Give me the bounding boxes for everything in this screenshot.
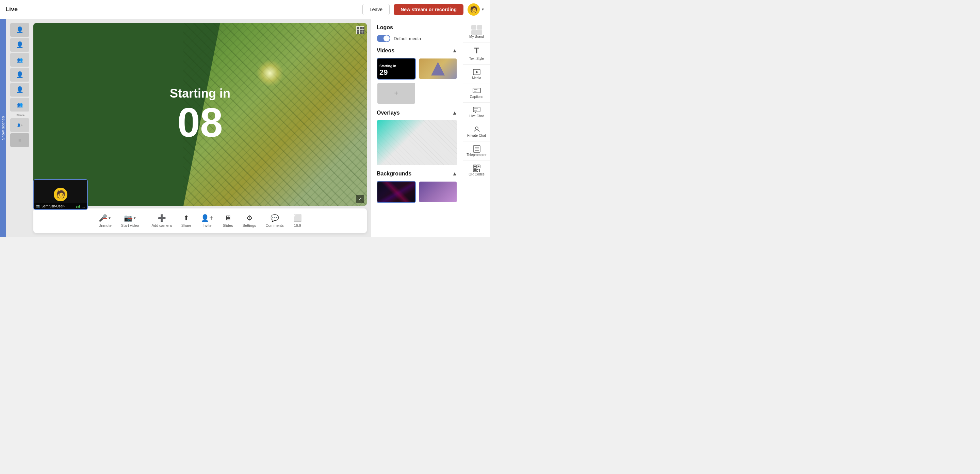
prism-shape <box>431 62 445 76</box>
vt-gray-bg-1: + <box>377 83 415 103</box>
aspect-ratio-label: 16:9 <box>294 224 301 227</box>
settings-label: Settings <box>243 224 256 227</box>
share-label: Share <box>10 114 30 117</box>
main-layout: Show scenes 👤 👤 👥 👤 👤 <box>0 19 490 237</box>
participant-icon-3: 👥 <box>17 57 23 63</box>
participant-slot-8[interactable]: ⊞ <box>10 133 29 147</box>
header: Live Leave New stream or recording 🧑 ▼ <box>0 0 490 19</box>
page-title: Live <box>5 6 18 13</box>
settings-button[interactable]: ⚙ Settings <box>239 212 259 230</box>
toolbar-divider-1 <box>145 214 145 227</box>
overlays-grid <box>377 120 457 165</box>
center-area: 👤 👤 👥 👤 👤 👥 Share <box>6 19 371 237</box>
toggle-knob <box>383 35 390 41</box>
private-chat-label: Private Chat <box>467 134 486 138</box>
rp-qr-codes[interactable]: QR Codes <box>463 161 490 180</box>
unmute-label: Unmute <box>98 224 111 227</box>
invite-label: Invite <box>202 224 211 227</box>
participant-icon-4: 👤 <box>16 71 24 79</box>
rp-teleprompter[interactable]: Teleprompter <box>463 141 490 161</box>
svg-rect-20 <box>479 169 480 170</box>
grid-icon[interactable] <box>356 26 364 34</box>
text-style-label: Text Style <box>469 57 484 61</box>
slides-icon: 🖥 <box>224 214 231 222</box>
participant-slot-3[interactable]: 👥 <box>10 53 29 67</box>
user-avatar-button[interactable]: 🧑 <box>468 3 480 16</box>
start-video-button[interactable]: 📷̶ ▼ Start video <box>118 212 143 230</box>
participant-icon-8: ⊞ <box>18 138 21 142</box>
default-media-label: Default media <box>394 36 421 41</box>
video-thumb-empty-1[interactable]: + <box>377 82 416 104</box>
svg-point-8 <box>476 127 478 130</box>
self-video: 🧑 📷 Semrush-User-... ... <box>33 179 88 210</box>
logos-section: Logos Default media <box>377 24 457 42</box>
logos-section-header: Logos <box>377 24 457 31</box>
videos-section-header: Videos ▲ <box>377 48 457 54</box>
countdown-number: 08 <box>170 102 231 143</box>
svg-rect-16 <box>478 166 479 167</box>
bar-2 <box>78 206 79 208</box>
share-button[interactable]: ⬆ Share <box>178 212 195 230</box>
bg-dark-inner <box>377 182 415 202</box>
backgrounds-grid <box>377 181 457 203</box>
unmute-button[interactable]: 🎤̶ ▼ Unmute <box>95 212 115 230</box>
video-thumb-countdown[interactable]: Starting in 29 <box>377 58 416 79</box>
avatar-face: 🧑 <box>468 4 479 15</box>
live-chat-icon <box>473 106 481 114</box>
backgrounds-title: Backgrounds <box>377 171 411 177</box>
bg-thumb-dark[interactable] <box>377 181 416 203</box>
qr-codes-label: QR Codes <box>469 173 485 176</box>
bg-thumb-purple[interactable] <box>418 181 458 203</box>
videos-collapse-button[interactable]: ▲ <box>452 48 457 54</box>
video-thumb-countdown-inner: Starting in 29 <box>377 59 415 79</box>
signal-bars <box>76 205 80 208</box>
comments-label: Comments <box>266 224 284 227</box>
scenes-sidebar[interactable]: Show scenes <box>0 19 6 237</box>
overlay-inner-1 <box>377 120 457 165</box>
participant-slot-2[interactable]: 👤 <box>10 38 29 52</box>
default-media-toggle[interactable] <box>377 35 390 42</box>
overlay-thumb-1[interactable] <box>377 120 457 165</box>
rp-private-chat[interactable]: Private Chat <box>463 122 490 141</box>
start-video-label: Start video <box>121 224 139 227</box>
participant-slot-1[interactable]: 👤 <box>10 23 29 37</box>
header-actions: Leave New stream or recording 🧑 ▼ <box>363 3 485 16</box>
svg-rect-18 <box>474 169 476 171</box>
vt-countdown-bg: Starting in 29 <box>377 59 415 79</box>
participant-slot-6[interactable]: 👥 <box>10 98 29 111</box>
overlays-section: Overlays ▲ <box>377 110 457 165</box>
media-icon <box>473 68 481 76</box>
rp-captions[interactable]: Captions <box>463 84 490 103</box>
start-video-icon: 📷̶ ▼ <box>124 214 137 222</box>
expand-icon[interactable]: ⤢ <box>356 195 364 203</box>
comments-button[interactable]: 💬 Comments <box>262 212 287 230</box>
backgrounds-collapse-button[interactable]: ▲ <box>452 171 457 177</box>
add-camera-icon: ➕ <box>158 214 166 222</box>
more-options-button[interactable]: ... <box>82 204 85 208</box>
participant-slot-7[interactable]: 👤+ <box>10 118 29 132</box>
avatar-dropdown-icon[interactable]: ▼ <box>481 8 485 11</box>
rp-live-chat[interactable]: Live Chat <box>463 103 490 122</box>
teleprompter-icon <box>473 145 481 153</box>
captions-icon <box>473 87 481 95</box>
svg-rect-5 <box>473 107 480 112</box>
live-chat-label: Live Chat <box>469 114 484 118</box>
self-video-name: Semrush-User-... <box>41 205 75 208</box>
add-camera-button[interactable]: ➕ Add camera <box>148 212 175 230</box>
rp-text-style[interactable]: T Text Style <box>463 43 490 65</box>
rp-my-brand[interactable]: My Brand <box>463 22 490 43</box>
slides-button[interactable]: 🖥 Slides <box>220 212 237 230</box>
video-thumb-prism[interactable] <box>418 58 458 79</box>
aspect-ratio-button[interactable]: ⬜ 16:9 <box>290 212 305 230</box>
overlays-collapse-button[interactable]: ▲ <box>452 110 457 116</box>
rp-media[interactable]: Media <box>463 65 490 84</box>
svg-rect-22 <box>479 170 480 172</box>
leave-button[interactable]: Leave <box>363 4 390 15</box>
my-brand-label: My Brand <box>469 35 484 39</box>
new-stream-button[interactable]: New stream or recording <box>394 4 463 15</box>
invite-button[interactable]: 👤+ Invite <box>197 212 217 230</box>
participants-panel: 👤 👤 👥 👤 👤 👥 Share <box>10 23 30 233</box>
participant-icon-1: 👤 <box>16 26 24 34</box>
participant-slot-4[interactable]: 👤 <box>10 68 29 82</box>
participant-slot-5[interactable]: 👤 <box>10 83 29 97</box>
